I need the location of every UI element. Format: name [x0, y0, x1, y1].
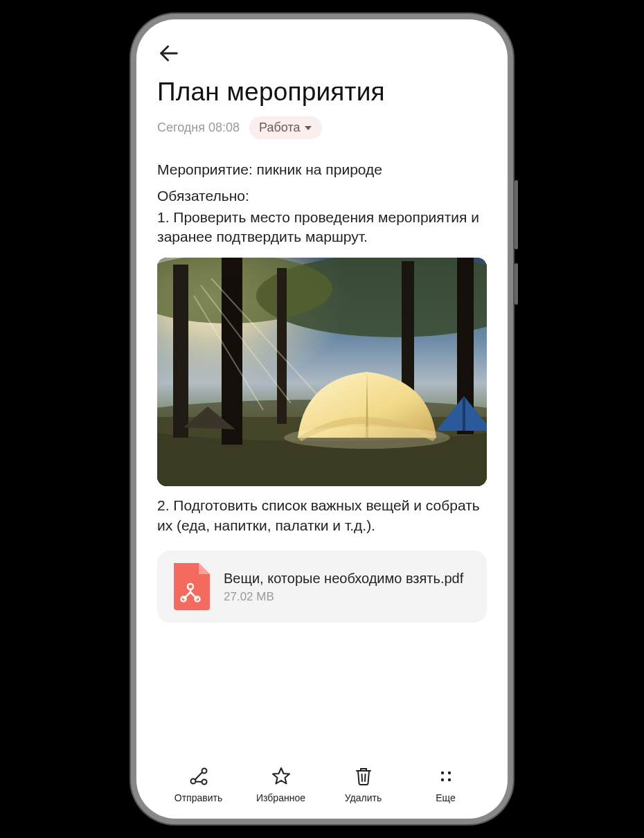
more-label: Еще: [436, 792, 456, 803]
svg-point-32: [447, 772, 450, 774]
svg-point-24: [202, 769, 206, 774]
svg-line-27: [195, 782, 202, 783]
svg-line-26: [195, 772, 202, 780]
chevron-down-icon: [304, 121, 312, 135]
svg-marker-28: [273, 768, 289, 784]
timestamp: Сегодня 08:08: [157, 121, 240, 135]
favorite-label: Избранное: [256, 792, 305, 803]
tag-chip[interactable]: Работа: [249, 116, 322, 139]
attachment-card[interactable]: Вещи, которые необходимо взять.pdf 27.02…: [157, 551, 487, 623]
note-image[interactable]: [157, 258, 487, 486]
send-button[interactable]: Отправить: [168, 766, 230, 803]
note-content: Мероприятие: пикник на природе Обязатель…: [157, 160, 487, 759]
phone-frame: План мероприятия Сегодня 08:08 Работа Ме…: [131, 14, 513, 824]
svg-point-33: [440, 778, 443, 781]
meta-row: Сегодня 08:08 Работа: [157, 116, 487, 139]
delete-button[interactable]: Удалить: [332, 766, 395, 803]
star-icon: [271, 766, 292, 790]
note-event: Мероприятие: пикник на природе: [157, 160, 487, 179]
svg-line-30: [365, 774, 366, 781]
note-item-2: 2. Подготовить список важных вещей и соб…: [157, 496, 487, 535]
svg-rect-8: [173, 265, 188, 438]
page-title: План мероприятия: [157, 78, 487, 107]
note-must: Обязательно:: [157, 186, 487, 206]
note-item-1: 1. Проверить место проведения мероприяти…: [157, 208, 487, 247]
send-label: Отправить: [175, 792, 222, 803]
svg-marker-1: [305, 126, 312, 130]
delete-label: Удалить: [345, 792, 382, 803]
svg-rect-10: [277, 268, 287, 424]
trash-icon: [353, 766, 374, 790]
svg-point-34: [447, 778, 450, 781]
back-icon[interactable]: [157, 55, 181, 67]
share-icon: [188, 766, 209, 790]
favorite-button[interactable]: Избранное: [250, 766, 312, 803]
svg-rect-9: [222, 258, 242, 445]
pdf-icon: [171, 563, 210, 610]
svg-point-31: [440, 772, 443, 774]
more-button[interactable]: Еще: [415, 766, 477, 803]
svg-point-25: [202, 780, 206, 785]
svg-point-13: [284, 427, 450, 449]
attachment-filename: Вещи, которые необходимо взять.pdf: [224, 569, 473, 587]
more-icon: [436, 766, 456, 790]
attachment-size: 27.02 MB: [224, 590, 473, 604]
bottom-toolbar: Отправить Избранное: [157, 759, 487, 803]
svg-line-29: [361, 774, 362, 781]
screen: План мероприятия Сегодня 08:08 Работа Ме…: [136, 19, 508, 819]
attachment-info: Вещи, которые необходимо взять.pdf 27.02…: [224, 569, 473, 604]
tag-label: Работа: [259, 121, 300, 135]
